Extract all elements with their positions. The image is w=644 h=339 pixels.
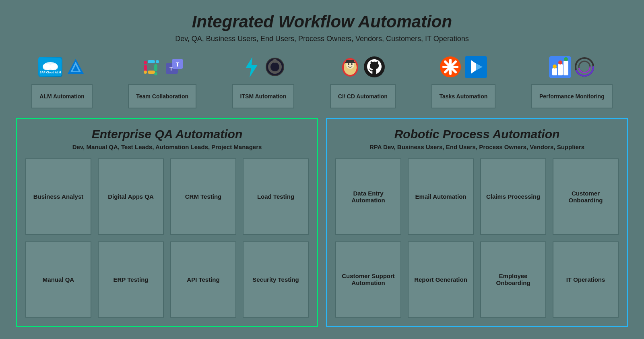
jenkins-icon (340, 56, 360, 78)
card-customer-onboarding: Customer Onboarding (553, 158, 619, 235)
team-collab-label: Team Collaboration (136, 93, 188, 100)
card-employee-onboarding: Employee Onboarding (480, 241, 546, 318)
card-crm-testing: CRM Testing (170, 158, 236, 235)
enterprise-qa-title: Enterprise QA Automation (25, 127, 309, 141)
page-title: Integrated Workflow Automation (192, 12, 452, 31)
tool-group-perf: Performance Monitoring (531, 53, 613, 108)
tool-group-cicd: CI/ CD Automation (330, 53, 396, 108)
bolt-icon (242, 57, 262, 77)
perf-label: Performance Monitoring (539, 93, 605, 100)
itsm-box: ITSM Automation (232, 84, 295, 108)
page-subtitle: Dev, QA, Business Users, End Users, Proc… (175, 35, 469, 43)
svg-point-3 (50, 64, 58, 70)
itsm-icons (242, 53, 285, 81)
sap-cloud-alm-icon: SAP Cloud ALM (38, 57, 62, 77)
card-load-testing: Load Testing (243, 158, 309, 235)
svg-text:T: T (176, 61, 180, 68)
rpa-title: Robotic Process Automation (335, 127, 619, 141)
card-digital-apps-qa: Digital Apps QA (98, 158, 164, 235)
svg-point-45 (558, 60, 562, 64)
card-business-analyst: Business Analyst (25, 158, 91, 235)
svg-point-44 (553, 64, 557, 69)
enterprise-qa-subtitle: Dev, Manual QA, Test Leads, Automation L… (25, 144, 309, 150)
power-automate-icon (465, 56, 487, 78)
card-data-entry: Data Entry Automation (335, 158, 401, 235)
svg-rect-12 (154, 64, 157, 71)
circle-itsm-icon (265, 57, 285, 77)
rpa-cards: Data Entry Automation Email Automation C… (335, 158, 619, 318)
card-manual-qa: Manual QA (25, 241, 91, 318)
github-icon (363, 56, 386, 78)
svg-text:T: T (169, 66, 173, 72)
svg-rect-30 (345, 62, 355, 63)
tool-group-alm: SAP Cloud ALM ALM Automation (31, 53, 92, 108)
azure-icon (66, 57, 86, 77)
card-claims-processing: Claims Processing (480, 158, 546, 235)
rpa-subtitle: RPA Dev, Business Users, End Users, Proc… (335, 144, 619, 150)
tool-group-itsm: ITSM Automation (232, 53, 295, 108)
svg-marker-20 (246, 57, 258, 77)
svg-rect-43 (564, 61, 568, 75)
card-report-generation: Report Generation (408, 241, 474, 318)
tasks-label: Tasks Automation (440, 93, 488, 100)
data-studio-icon (549, 56, 571, 78)
alm-icons: SAP Cloud ALM (38, 53, 86, 81)
svg-point-27 (348, 63, 349, 65)
svg-rect-15 (144, 71, 147, 74)
tool-group-tasks: Tasks Automation (431, 53, 496, 108)
svg-rect-11 (156, 60, 159, 63)
teams-icon: T T (164, 57, 184, 77)
enterprise-qa-cards: Business Analyst Digital Apps QA CRM Tes… (25, 158, 309, 318)
enterprise-qa-section: Enterprise QA Automation Dev, Manual QA,… (16, 118, 318, 327)
team-collab-icons: T T (140, 53, 184, 81)
svg-point-23 (273, 59, 277, 63)
svg-rect-14 (148, 71, 155, 74)
svg-rect-10 (148, 60, 155, 63)
tool-group-team-collab: T T Team Collaboration (128, 53, 196, 108)
svg-rect-41 (552, 68, 557, 75)
slack-icon (140, 57, 161, 77)
svg-point-2 (43, 64, 51, 70)
svg-text:SAP Cloud ALM: SAP Cloud ALM (39, 71, 61, 74)
zapier-icon (440, 56, 462, 78)
top-tools-section: SAP Cloud ALM ALM Automation (16, 53, 628, 108)
card-security-testing: Security Testing (243, 241, 309, 318)
svg-point-28 (351, 63, 353, 65)
team-collab-box: Team Collaboration (128, 84, 196, 108)
svg-rect-9 (144, 61, 147, 64)
tasks-box: Tasks Automation (431, 84, 496, 108)
bottom-section: Enterprise QA Automation Dev, Manual QA,… (16, 118, 628, 327)
itsm-label: ITSM Automation (240, 93, 287, 100)
card-customer-support-automation: Customer Support Automation (335, 241, 401, 318)
svg-point-46 (564, 57, 568, 61)
svg-rect-42 (558, 64, 563, 75)
cicd-label: CI/ CD Automation (338, 93, 388, 100)
cicd-icons (340, 53, 386, 81)
rpa-section: Robotic Process Automation RPA Dev, Busi… (326, 118, 628, 327)
cicd-box: CI/ CD Automation (330, 84, 396, 108)
perf-icons (549, 53, 594, 81)
perf-box: Performance Monitoring (531, 84, 613, 108)
tasks-icons (440, 53, 487, 81)
alm-box: ALM Automation (31, 84, 92, 108)
card-email-automation: Email Automation (408, 158, 474, 235)
card-api-testing: API Testing (170, 241, 236, 318)
card-erp-testing: ERP Testing (98, 241, 164, 318)
alm-label: ALM Automation (39, 93, 84, 100)
card-it-operations: IT Operations (553, 241, 619, 318)
ring-icon (574, 57, 594, 77)
